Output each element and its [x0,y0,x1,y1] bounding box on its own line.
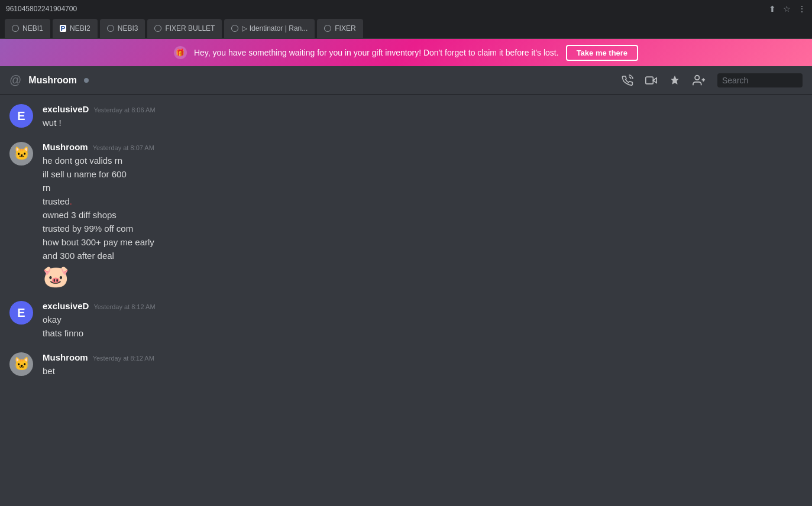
video-icon[interactable] [645,74,657,86]
pin-icon[interactable] [669,74,681,86]
gift-icon: 🎁 [174,46,187,59]
globe-icon [154,25,161,32]
message-line: wut ! [43,116,803,129]
message-timestamp: Yesterday at 8:06 AM [93,106,155,113]
message-line: ill sell u name for 600 [43,168,803,180]
add-member-icon[interactable] [693,74,706,87]
message-header: exclusiveD Yesterday at 8:12 AM [43,301,803,311]
avatar: E [9,301,33,325]
globe-icon [324,25,331,32]
tabs-bar: NEBI1 P NEBI2 NEBI3 FIXER BULLET ▷ Ident… [0,18,812,39]
tab-label: FIXER BULLET [165,24,215,33]
browser-url: 96104580224190470​0 [6,5,77,13]
message-author: exclusiveD [43,104,89,114]
tab-label: NEBI3 [118,24,138,33]
avatar: E [9,104,33,128]
channel-status-dot [84,78,89,83]
discord-app: 🎁 Hey, you have something waiting for yo… [0,39,812,506]
browser-icons: ⬆ ☆ ⋮ [769,4,806,14]
take-me-there-button[interactable]: Take me there [566,45,638,61]
channel-area: @ Mushroom [0,66,812,506]
gift-banner: 🎁 Hey, you have something waiting for yo… [0,39,812,66]
message-line: how bout 300+ pay me early [43,236,803,248]
tab-label: FIXER [335,24,355,33]
globe-icon [12,25,19,32]
message-line: trusted. [43,195,803,207]
star-icon[interactable]: ☆ [783,4,791,14]
tab-identinator[interactable]: ▷ Identinator | Ran... [224,19,315,38]
tab-nebi2[interactable]: P NEBI2 [53,19,98,38]
message-author: Mushroom [43,352,88,362]
main-layout: @ Mushroom [0,66,812,506]
svg-marker-0 [653,77,656,82]
avatar: 🐱 [9,352,33,376]
call-icon[interactable] [622,74,633,86]
message-line: rn [43,181,803,194]
gift-banner-text: Hey, you have something waiting for you … [194,48,559,57]
message-line: bet [43,365,803,377]
trusted-indicator: . [70,196,72,206]
globe-icon [107,25,114,32]
message-group: E exclusiveD Yesterday at 8:06 AM wut ! [9,104,803,130]
message-header: Mushroom Yesterday at 8:12 AM [43,352,803,362]
channel-name: Mushroom [28,75,77,86]
message-content: Mushroom Yesterday at 8:12 AM bet [43,352,803,378]
tab-nebi3[interactable]: NEBI3 [100,19,145,38]
message-line: trusted by 99% off com [43,222,803,235]
message-timestamp: Yesterday at 8:07 AM [93,144,154,151]
search-input[interactable] [717,73,803,87]
message-group: 🐱 Mushroom Yesterday at 8:12 AM bet [9,352,803,378]
message-author: Mushroom [43,142,88,152]
message-author: exclusiveD [43,301,89,311]
share-icon[interactable]: ⬆ [769,4,776,14]
at-icon: @ [9,73,21,87]
message-content: exclusiveD Yesterday at 8:06 AM wut ! [43,104,803,130]
tab-fixer-bullet[interactable]: FIXER BULLET [147,19,222,38]
svg-rect-1 [646,77,654,84]
channel-header-left: @ Mushroom [9,73,614,87]
svg-point-2 [695,75,699,79]
avatar: 🐱 [9,142,33,166]
message-line: okay [43,313,803,326]
browser-bar: 96104580224190470​0 ⬆ ☆ ⋮ [0,0,812,18]
header-icons [622,73,803,87]
message-header: exclusiveD Yesterday at 8:06 AM [43,104,803,114]
channel-header: @ Mushroom [0,66,812,95]
message-line: thats finno [43,327,803,339]
tab-fixer[interactable]: FIXER [317,19,363,38]
message-group: E exclusiveD Yesterday at 8:12 AM okay t… [9,301,803,340]
menu-icon[interactable]: ⋮ [798,4,806,14]
message-timestamp: Yesterday at 8:12 AM [93,355,154,362]
messages-area: E exclusiveD Yesterday at 8:06 AM wut ! … [0,95,812,506]
message-timestamp: Yesterday at 8:12 AM [93,303,155,310]
tab-label: ▷ Identinator | Ran... [242,24,308,33]
tab-label: NEBI1 [22,24,43,33]
globe-icon [231,25,238,32]
message-group: 🐱 Mushroom Yesterday at 8:07 AM he dont … [9,142,803,289]
message-content: exclusiveD Yesterday at 8:12 AM okay tha… [43,301,803,340]
message-content: Mushroom Yesterday at 8:07 AM he dont go… [43,142,803,289]
tab-nebi1[interactable]: NEBI1 [5,19,50,38]
tab-label: NEBI2 [70,24,90,33]
pig-emoji: 🐷 [43,264,803,289]
paypal-icon: P [60,25,66,32]
message-line: he dont got valids rn [43,154,803,167]
message-line: and 300 after deal [43,249,803,262]
message-header: Mushroom Yesterday at 8:07 AM [43,142,803,152]
message-line: owned 3 diff shops [43,209,803,221]
